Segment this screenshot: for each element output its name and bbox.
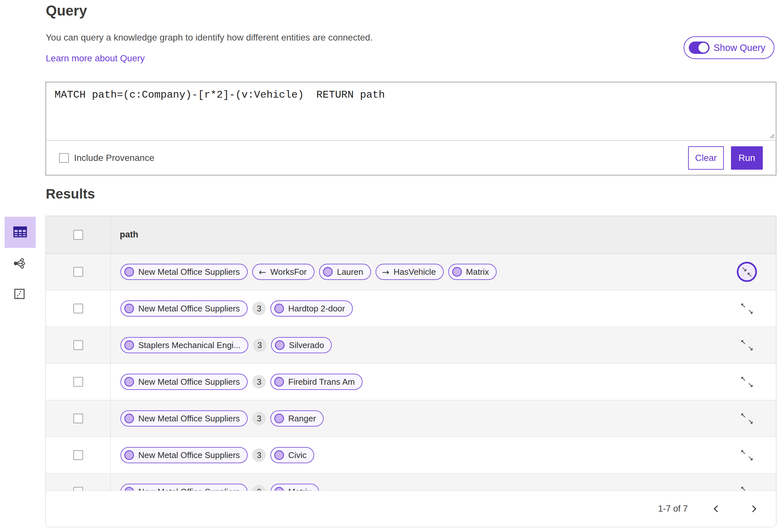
chevron-left-icon [713,506,720,512]
row-checkbox[interactable] [73,450,83,460]
table-row: New Metal Office Suppliers3Firebird Tran… [46,363,776,400]
row-select-cell [46,327,111,363]
node-pill[interactable]: Lauren [319,264,371,280]
map-view-button[interactable] [9,284,30,305]
map-view-icon [13,288,25,301]
expand-row-button[interactable]: ↖↘ [740,412,754,425]
node-circle-icon [124,340,134,350]
node-circle-icon [323,267,333,277]
node-pill[interactable]: Matrix [448,264,497,280]
query-textarea[interactable]: MATCH path=(c:Company)-[r*2]-(v:Vehicle)… [55,89,385,101]
row-select-cell [46,437,111,473]
expand-arrow-icon: ↘ [747,455,754,462]
node-pill[interactable]: New Metal Office Suppliers [120,447,248,463]
node-pill[interactable]: Staplers Mechanical Engi... [120,337,248,353]
row-select-cell [46,290,111,327]
table-view-icon [12,224,28,241]
node-pill[interactable]: Hardtop 2-door [271,301,353,317]
edge-pill[interactable]: →HasVehicle [375,264,444,280]
select-all-checkbox[interactable] [73,230,83,240]
row-checkbox[interactable] [73,377,83,387]
node-pill[interactable]: Ranger [271,410,323,426]
row-path-cell: Staplers Mechanical Engi...3Silverado [111,327,718,363]
hop-count-badge[interactable]: 3 [252,448,266,462]
row-expand-cell: ↖↘ [718,400,776,437]
node-circle-icon [452,267,462,277]
expand-row-button[interactable]: ↖↘ [740,449,754,462]
hop-count-badge[interactable]: 3 [252,375,266,389]
table-row: New Metal Office Suppliers3Ranger↖↘ [46,400,776,437]
select-all-cell [46,216,111,253]
row-path-cell: New Metal Office Suppliers3Firebird Tran… [111,363,718,400]
row-expand-cell: ↖↘ [718,290,776,327]
node-pill[interactable]: New Metal Office Suppliers [120,374,248,390]
row-expand-cell: ↘↖ [718,254,776,290]
row-path-cell: New Metal Office Suppliers3Ranger [111,400,718,437]
expand-row-button[interactable]: ↖↘ [740,302,754,315]
row-expand-cell: ↖↘ [718,437,776,473]
node-circle-icon [274,414,284,423]
page-description: You can query a knowledge graph to ident… [46,32,373,43]
resize-grip-icon[interactable] [767,131,775,140]
node-label: Matrix [466,267,489,277]
collapse-row-button[interactable]: ↘↖ [737,262,757,282]
table-row: New Metal Office Suppliers←WorksForLaure… [46,254,776,290]
show-query-toggle[interactable]: Show Query [683,36,774,59]
expand-arrow-icon: ↘ [747,345,754,352]
node-circle-icon [274,304,284,313]
node-circle-icon [124,450,134,460]
node-pill[interactable]: New Metal Office Suppliers [120,264,248,280]
previous-page-button[interactable] [711,503,723,516]
toggle-knob [699,43,708,53]
next-page-button[interactable] [746,503,759,516]
include-provenance-checkbox[interactable] [59,153,69,163]
results-title: Results [46,186,95,202]
query-buttons: Clear Run [688,146,763,170]
row-path-cell: New Metal Office Suppliers3Civic [111,437,718,473]
hop-count-badge[interactable]: 3 [253,338,266,352]
graph-view-button[interactable] [9,253,30,274]
expand-arrow-icon: ↘ [747,308,754,315]
node-label: Firebird Trans Am [288,377,355,387]
collapse-arrow-icon: ↘ [741,266,747,272]
run-button[interactable]: Run [731,146,763,170]
hop-count-badge[interactable]: 3 [252,302,266,315]
toggle-switch-icon[interactable] [689,42,710,54]
node-label: Ranger [288,414,316,424]
row-checkbox[interactable] [73,414,83,423]
node-label: Civic [288,450,306,460]
node-circle-icon [274,377,284,387]
node-label: Silverado [289,340,324,350]
hop-count-badge[interactable]: 3 [252,412,266,425]
table-view-button[interactable] [5,217,36,248]
expand-arrow-icon: ↘ [747,382,754,388]
expand-arrow-icon: ↖ [740,375,746,382]
node-label: New Metal Office Suppliers [138,267,240,277]
node-pill[interactable]: Firebird Trans Am [271,374,363,390]
page-title: Query [46,3,87,19]
node-pill[interactable]: Civic [271,447,314,463]
node-label: New Metal Office Suppliers [138,304,240,314]
arrow-left-icon: ← [259,268,266,276]
node-circle-icon [124,267,134,277]
chevron-right-icon [749,506,756,512]
expand-row-button[interactable]: ↖↘ [740,339,754,352]
node-pill[interactable]: New Metal Office Suppliers [120,301,248,317]
expand-arrow-icon: ↘ [747,418,754,425]
edge-label: HasVehicle [394,267,436,277]
expand-row-button[interactable]: ↖↘ [740,375,754,388]
expand-arrow-icon: ↖ [740,449,746,455]
node-pill[interactable]: Silverado [271,337,332,353]
results-table-rows: New Metal Office Suppliers←WorksForLaure… [46,254,776,510]
row-expand-cell: ↖↘ [718,363,776,400]
row-expand-cell: ↖↘ [718,327,776,363]
page-range-label: 1-7 of 7 [658,504,688,514]
row-checkbox[interactable] [73,267,83,277]
clear-button[interactable]: Clear [688,146,724,170]
query-panel: MATCH path=(c:Company)-[r*2]-(v:Vehicle)… [46,82,776,176]
row-checkbox[interactable] [73,340,83,350]
row-checkbox[interactable] [73,304,83,313]
edge-pill[interactable]: ←WorksFor [252,264,314,280]
learn-more-link[interactable]: Learn more about Query [46,53,145,64]
node-pill[interactable]: New Metal Office Suppliers [120,410,248,426]
